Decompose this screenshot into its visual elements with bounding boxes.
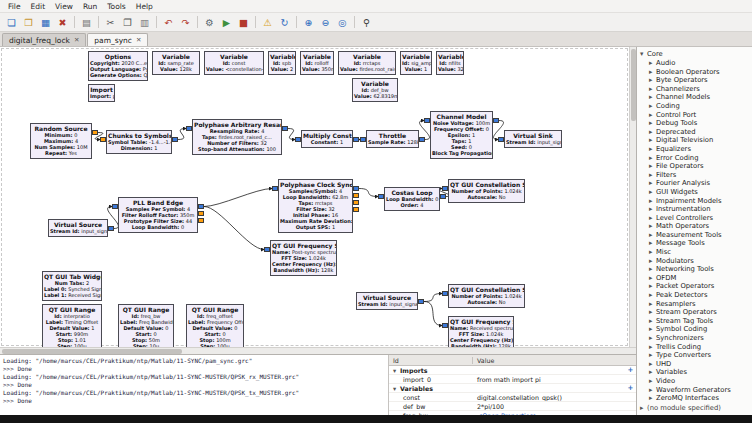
- zoom-reset-icon[interactable]: ◎: [335, 15, 350, 30]
- in-port-0[interactable]: [442, 291, 448, 296]
- out-port-0[interactable]: [353, 137, 359, 142]
- vertical-scrollbar-thumb[interactable]: [631, 49, 636, 121]
- add-imports-button[interactable]: +: [625, 366, 636, 374]
- library-item-modulators[interactable]: ▸Modulators: [637, 257, 752, 266]
- block-var_rrctaps[interactable]: VariableId: rrctapsValue: firdes.root_ra…: [338, 51, 396, 75]
- redo-icon[interactable]: ↷: [178, 15, 193, 30]
- save-icon[interactable]: ▦: [38, 15, 53, 30]
- out-port-3[interactable]: [353, 207, 359, 212]
- library-item-filters[interactable]: ▸Filters: [637, 171, 752, 180]
- out-port-0[interactable]: [418, 299, 424, 304]
- block-var_sig_amp[interactable]: VariableId: sig_ampValue: 1: [400, 51, 432, 75]
- block-virtual_source_1[interactable]: Virtual SourceStream Id: input_signal_pr…: [356, 292, 418, 310]
- block-virtual_sink_0[interactable]: Virtual SinkStream Id: input_signal_prob…: [504, 130, 562, 148]
- out-port-0[interactable]: [92, 130, 98, 135]
- block-var_def_bw[interactable]: VariableId: def_bwValue: 62.8319m: [352, 78, 398, 102]
- connection-wire[interactable]: [204, 189, 272, 207]
- library-item-waveform-generators[interactable]: ▸Waveform Generators: [637, 386, 752, 395]
- flowgraph-canvas[interactable]: OptionsCopyright: 2020 C...ering LabOutp…: [0, 47, 636, 347]
- block-const_sink_0[interactable]: QT GUI Constellation SinkNumber of Point…: [448, 179, 525, 203]
- block-var_rolloff[interactable]: VariableId: rolloffValue: 350m: [300, 51, 334, 75]
- out-port-0[interactable]: [493, 118, 499, 123]
- library-item-trellis-coding[interactable]: ▸Trellis Coding: [637, 343, 752, 352]
- out-port-0[interactable]: [172, 137, 178, 142]
- menu-view[interactable]: View: [50, 2, 78, 11]
- library-item-variables[interactable]: ▸Variables: [637, 368, 752, 377]
- library-item-measurement-tools[interactable]: ▸Measurement Tools: [637, 231, 752, 240]
- kill-icon[interactable]: ■: [236, 15, 251, 30]
- variable-row-freq-bw[interactable]: freq_bw<Open Properties>: [389, 411, 636, 415]
- library-item-video[interactable]: ▸Video: [637, 377, 752, 386]
- library-item-channel-models[interactable]: ▸Channel Models: [637, 93, 752, 102]
- out-port-0[interactable]: [419, 137, 425, 142]
- block-channel_model[interactable]: Channel ModelNoise Voltage: 100mFrequenc…: [430, 111, 493, 159]
- connection-wire[interactable]: [288, 129, 295, 140]
- variables-section-imports[interactable]: ▾Imports+: [389, 366, 636, 375]
- library-item-peak-detectors[interactable]: ▸Peak Detectors: [637, 291, 752, 300]
- block-import_0[interactable]: ImportImport: pi: [88, 84, 115, 102]
- out-port-0[interactable]: [353, 186, 359, 191]
- new-file-icon[interactable]: ❏: [4, 15, 19, 30]
- library-item-stream-tag-tools[interactable]: ▸Stream Tag Tools: [637, 317, 752, 326]
- block-random_source[interactable]: Random SourceMinimum: 0Maximum: 4Num Sam…: [30, 123, 92, 159]
- block-options[interactable]: OptionsCopyright: 2020 C...ering LabOutp…: [88, 51, 148, 81]
- library-no-module-item[interactable]: ▸(no module specified): [637, 403, 752, 413]
- library-item-debug-tools[interactable]: ▸Debug Tools: [637, 119, 752, 128]
- library-item-equalizers[interactable]: ▸Equalizers: [637, 145, 752, 154]
- out-port-2[interactable]: [353, 200, 359, 205]
- zoom-in-icon[interactable]: ⊕: [301, 15, 316, 30]
- library-item-message-tools[interactable]: ▸Message Tools: [637, 239, 752, 248]
- library-item-fourier-analysis[interactable]: ▸Fourier Analysis: [637, 179, 752, 188]
- library-item-zeromq-interfaces[interactable]: ▸ZeroMQ Interfaces: [637, 394, 752, 403]
- tab-digital-freq-lock[interactable]: digital_freq_lock✕: [2, 33, 86, 46]
- block-freq_sink_post[interactable]: QT GUI Frequency SinkName: Post-sync spe…: [270, 240, 337, 276]
- library-root-core[interactable]: ▾Core: [637, 49, 752, 59]
- out-port-0[interactable]: [440, 194, 446, 199]
- library-item-byte-operators[interactable]: ▸Byte Operators: [637, 76, 752, 85]
- block-range_freq_offset[interactable]: QT GUI RangeId: freq_offsetLabel: Freque…: [186, 304, 244, 347]
- errors-icon[interactable]: ⚠: [260, 15, 275, 30]
- connection-wire[interactable]: [204, 207, 264, 250]
- in-port-0[interactable]: [378, 194, 384, 199]
- library-item-stream-operators[interactable]: ▸Stream Operators: [637, 308, 752, 317]
- screenshot-icon[interactable]: ▤: [79, 15, 94, 30]
- connection-wire[interactable]: [178, 129, 186, 140]
- in-port-0[interactable]: [186, 126, 192, 131]
- block-pll_band_edge[interactable]: PLL Band EdgeSamples Per Symbol: 4Filter…: [118, 197, 198, 233]
- block-chunks_to_symbols[interactable]: Chunks to SymbolsSymbol Table: -1.4...-1…: [106, 130, 172, 154]
- library-item-deprecated[interactable]: ▸Deprecated: [637, 128, 752, 137]
- menu-run[interactable]: Run: [78, 2, 102, 11]
- out-port-0[interactable]: [108, 226, 114, 231]
- tab-close-icon[interactable]: ✕: [74, 36, 79, 44]
- in-port-0[interactable]: [498, 137, 504, 142]
- out-port-1[interactable]: [198, 211, 204, 216]
- out-port-0[interactable]: [282, 126, 288, 131]
- library-item-digital-television[interactable]: ▸Digital Television: [637, 136, 752, 145]
- in-port-0[interactable]: [112, 204, 118, 209]
- library-item-packet-operators[interactable]: ▸Packet Operators: [637, 282, 752, 291]
- in-port-0[interactable]: [272, 186, 278, 191]
- library-item-type-converters[interactable]: ▸Type Converters: [637, 351, 752, 360]
- menu-edit[interactable]: Edit: [26, 2, 51, 11]
- library-item-gui-widgets[interactable]: ▸GUI Widgets: [637, 188, 752, 197]
- library-item-misc[interactable]: ▸Misc: [637, 248, 752, 257]
- library-item-resamplers[interactable]: ▸Resamplers: [637, 300, 752, 309]
- library-item-channelizers[interactable]: ▸Channelizers: [637, 85, 752, 94]
- out-port-1[interactable]: [353, 193, 359, 198]
- library-item-symbol-coding[interactable]: ▸Symbol Coding: [637, 325, 752, 334]
- library-item-file-operators[interactable]: ▸File Operators: [637, 162, 752, 171]
- library-item-math-operators[interactable]: ▸Math Operators: [637, 222, 752, 231]
- library-item-ofdm[interactable]: ▸OFDM: [637, 274, 752, 283]
- block-multiply_const[interactable]: Multiply ConstConstant: 1: [301, 130, 353, 148]
- tab-close-icon[interactable]: ✕: [136, 36, 141, 44]
- zoom-out-icon[interactable]: ⊖: [318, 15, 333, 30]
- reload-icon[interactable]: ↻: [277, 15, 292, 30]
- in-port-0[interactable]: [442, 323, 448, 328]
- library-item-instrumentation[interactable]: ▸Instrumentation: [637, 205, 752, 214]
- generate-icon[interactable]: ⚙: [202, 15, 217, 30]
- block-range_interpratio[interactable]: QT GUI RangeId: interpratioLabel: Timing…: [42, 304, 102, 347]
- menu-help[interactable]: Help: [131, 2, 158, 11]
- connection-wire[interactable]: [359, 189, 378, 197]
- tab-pam-sync[interactable]: pam_sync✕: [87, 33, 148, 46]
- library-item-control-port[interactable]: ▸Control Port: [637, 111, 752, 120]
